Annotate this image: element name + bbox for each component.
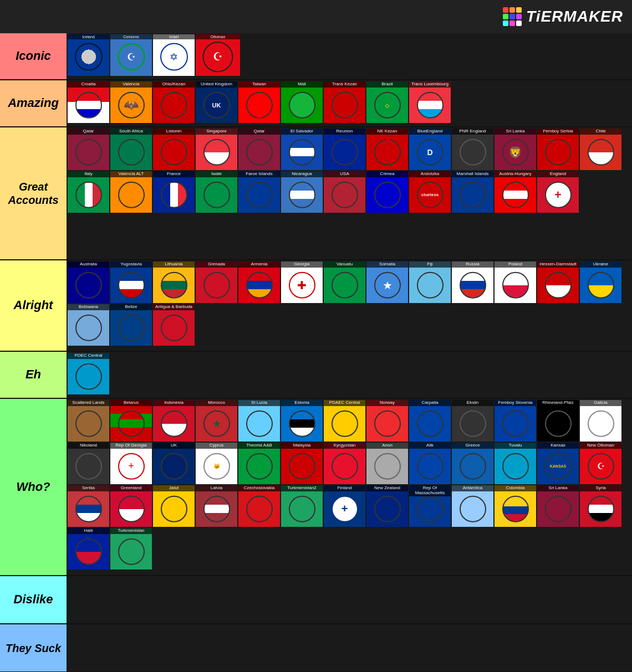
- list-item[interactable]: Trans Luxembourg: [409, 81, 451, 123]
- list-item[interactable]: Syria: [580, 485, 621, 527]
- list-item[interactable]: Valencia🦇: [110, 81, 152, 123]
- list-item[interactable]: Belarus: [110, 400, 152, 442]
- list-item[interactable]: New Ottoman☪: [580, 443, 621, 484]
- list-item[interactable]: Theorist A&B: [238, 443, 280, 484]
- list-item[interactable]: Latvia: [196, 485, 237, 527]
- list-item[interactable]: PDEC Central: [68, 353, 109, 394]
- list-item[interactable]: Lithuania: [153, 261, 195, 303]
- list-item[interactable]: Israel ✡: [153, 34, 195, 76]
- list-item[interactable]: Turkmenistan: [110, 528, 152, 570]
- list-item[interactable]: KansasKANSAS: [537, 443, 579, 484]
- tier-label-great: Great Accounts: [0, 127, 67, 259]
- list-item[interactable]: Armenia: [238, 261, 280, 303]
- list-item[interactable]: Indonesia: [153, 400, 195, 442]
- list-item[interactable]: Sri Lanka🦁: [495, 129, 536, 170]
- list-item[interactable]: Reunion: [324, 129, 365, 170]
- list-item[interactable]: Greenland: [110, 485, 152, 527]
- logo-cell: [516, 20, 522, 26]
- list-item[interactable]: England+: [537, 171, 579, 213]
- list-item[interactable]: El Salvador: [281, 129, 323, 170]
- list-item[interactable]: Croatia: [68, 81, 109, 123]
- list-item[interactable]: USA: [324, 171, 365, 213]
- list-item[interactable]: PNR England: [452, 129, 493, 170]
- list-item[interactable]: Rep Of Massachusetts: [409, 485, 451, 527]
- list-item[interactable]: Finland+: [324, 485, 365, 527]
- list-item[interactable]: Austria-Hungary: [495, 171, 536, 213]
- list-item[interactable]: Cyprus🐱: [196, 443, 237, 484]
- list-item[interactable]: Anon: [366, 443, 408, 484]
- list-item[interactable]: Grenada: [196, 261, 237, 303]
- list-item[interactable]: Belize: [110, 304, 152, 346]
- list-item[interactable]: New Zealand: [366, 485, 408, 527]
- list-item[interactable]: Estonia: [281, 400, 323, 442]
- list-item[interactable]: Tuvalu: [495, 443, 536, 484]
- list-item[interactable]: St Lucia: [238, 400, 280, 442]
- list-item[interactable]: Fiji: [409, 261, 451, 303]
- list-item[interactable]: United KingdomUK: [196, 81, 237, 123]
- list-item[interactable]: Ottoman ☪: [196, 34, 240, 76]
- list-item[interactable]: Nicaragua: [281, 171, 323, 213]
- list-item[interactable]: Ukraine: [580, 261, 621, 303]
- list-item[interactable]: BlueEnglandD: [409, 129, 451, 170]
- list-item[interactable]: Femboy Slovenia: [495, 400, 536, 442]
- list-item[interactable]: Antigua & Barbuda: [153, 304, 195, 346]
- list-item[interactable]: UK: [153, 443, 195, 484]
- list-item[interactable]: Haiti: [68, 528, 109, 570]
- list-item[interactable]: Serbia: [68, 485, 109, 527]
- list-item[interactable]: Antarctica: [452, 485, 493, 527]
- list-item[interactable]: Brazil⬦: [366, 81, 408, 123]
- list-item[interactable]: PDAEC Central: [324, 400, 365, 442]
- list-item[interactable]: Norway: [366, 400, 408, 442]
- list-item[interactable]: Sri Lanka: [537, 485, 579, 527]
- list-item[interactable]: NK Kezan: [366, 129, 408, 170]
- list-item[interactable]: Rhineland-Pfalz: [537, 400, 579, 442]
- tier-row-alright: Alright Australia Yugoslavia Lithuania G…: [0, 260, 632, 352]
- list-item[interactable]: Alik: [409, 443, 451, 484]
- list-item[interactable]: Iceland: [68, 34, 109, 76]
- list-item[interactable]: Kyrgyzstan: [324, 443, 365, 484]
- list-item[interactable]: Jatut: [153, 485, 195, 527]
- list-item[interactable]: Valencia ALT: [110, 171, 152, 213]
- list-item[interactable]: Chile: [580, 129, 621, 170]
- list-item[interactable]: Somalia★: [366, 261, 408, 303]
- list-item[interactable]: Hessen-Darmstadt: [537, 261, 579, 303]
- list-item[interactable]: Italy: [68, 171, 109, 213]
- list-item[interactable]: Eksiin: [452, 400, 493, 442]
- list-item[interactable]: Carpatia: [409, 400, 451, 442]
- list-item[interactable]: Colombia: [495, 485, 536, 527]
- list-item[interactable]: Vanuatu: [324, 261, 365, 303]
- list-item[interactable]: Femboy Serbia: [537, 129, 579, 170]
- list-item[interactable]: Singapore: [196, 129, 237, 170]
- list-item[interactable]: Nikoland: [68, 443, 109, 484]
- list-item[interactable]: Galicia: [580, 400, 621, 442]
- list-item[interactable]: Turkmenistan2: [281, 485, 323, 527]
- list-item[interactable]: Qatar: [238, 129, 280, 170]
- list-item[interactable]: Iwate: [196, 171, 237, 213]
- list-item[interactable]: Botswana: [68, 304, 109, 346]
- list-item[interactable]: Qatar: [68, 129, 109, 170]
- list-item[interactable]: Crimea: [366, 171, 408, 213]
- list-item[interactable]: Marshall Islands: [452, 171, 493, 213]
- list-item[interactable]: South Africa: [110, 129, 152, 170]
- list-item[interactable]: Scattered Lands: [68, 400, 109, 442]
- list-item[interactable]: Taiwan: [238, 81, 280, 123]
- list-item[interactable]: Arstotzkaclueless: [409, 171, 451, 213]
- list-item[interactable]: Russia: [452, 261, 493, 303]
- list-item[interactable]: Ohio/Kezan: [153, 81, 195, 123]
- list-item[interactable]: Faroe Islands: [238, 171, 280, 213]
- list-item[interactable]: Mali: [281, 81, 323, 123]
- list-item[interactable]: Trans Kezan: [324, 81, 365, 123]
- list-item[interactable]: Morocco★: [196, 400, 237, 442]
- list-item[interactable]: Czechoslovakia: [238, 485, 280, 527]
- list-item[interactable]: Rep Of Georgia+: [110, 443, 152, 484]
- list-item[interactable]: Poland: [495, 261, 536, 303]
- list-item[interactable]: France: [153, 171, 195, 213]
- list-item[interactable]: Greece: [452, 443, 493, 484]
- list-item[interactable]: Listonin: [153, 129, 195, 170]
- list-item[interactable]: Yugoslavia: [110, 261, 152, 303]
- list-item[interactable]: Malaysia: [281, 443, 323, 484]
- list-item[interactable]: Georgia✚: [281, 261, 323, 303]
- logo-cell: [509, 14, 515, 19]
- list-item[interactable]: Australia: [68, 261, 109, 303]
- list-item[interactable]: Comoros ☪: [110, 34, 152, 76]
